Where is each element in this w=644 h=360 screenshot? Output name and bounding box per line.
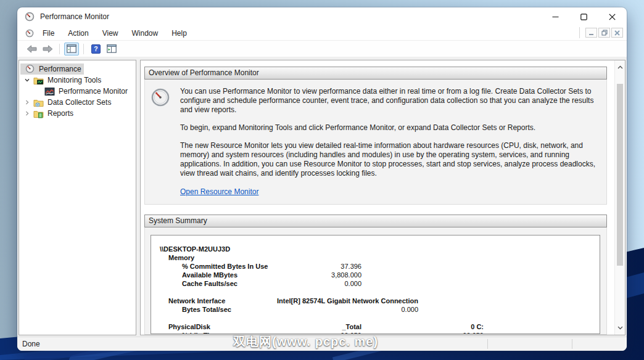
chevron-down-icon[interactable] (24, 77, 30, 83)
mdi-close-button[interactable] (611, 28, 623, 38)
title-bar[interactable]: Performance Monitor (17, 7, 627, 26)
performance-chart-icon (44, 87, 55, 96)
tree-item-label: Monitoring Tools (47, 76, 101, 84)
system-summary-header: System Summary (144, 215, 607, 227)
folder-report-icon (33, 109, 44, 118)
mdi-minimize-button[interactable] (585, 28, 597, 38)
vertical-scrollbar[interactable] (614, 60, 625, 335)
maximize-icon (580, 14, 587, 20)
toolbar: ? (17, 41, 627, 57)
counter-value: 37.396 (275, 263, 361, 270)
tree-item-data-collector-sets[interactable]: Data Collector Sets (19, 97, 136, 108)
counter-value: 99.959 (386, 332, 484, 334)
perfmon-app-icon (25, 12, 35, 22)
svg-text:?: ? (94, 45, 97, 52)
tree-item-label: Reports (47, 109, 73, 118)
statusbar-separator (572, 339, 572, 349)
mdi-close-icon (614, 30, 620, 36)
report-row-available-mbytes: Available MBytes3,808.000 (151, 271, 600, 280)
tree-item-label: Performance Monitor (59, 87, 128, 96)
system-summary-report: \\DESKTOP-M2UUJ3D Memory % Committed Byt… (151, 235, 600, 334)
close-icon (609, 14, 616, 20)
instance-header: Intel[R] 82574L Gigabit Network Connecti… (244, 297, 418, 305)
mdi-minimize-icon (588, 30, 594, 36)
tree-item-label: Performance (39, 65, 81, 73)
tree-item-reports[interactable]: Reports (19, 108, 136, 119)
minimize-button[interactable] (542, 7, 569, 26)
mdi-restore-button[interactable] (598, 28, 610, 38)
show-hide-console-tree-button[interactable] (64, 43, 79, 55)
forward-icon (43, 45, 53, 53)
status-text: Done (22, 340, 40, 348)
scroll-up-button[interactable] (615, 62, 625, 72)
help-button[interactable]: ? (88, 43, 103, 55)
perfmon-gauge-icon (25, 64, 35, 73)
minimize-icon (552, 14, 559, 20)
perfmon-menu-icon (25, 29, 34, 38)
action-pane-icon (107, 44, 117, 53)
mdi-restore-icon (601, 30, 608, 36)
report-row-spacer (151, 314, 600, 323)
folder-monitor-icon (33, 76, 44, 85)
overview-paragraph-3: The new Resource Monitor lets you view d… (180, 141, 599, 178)
tree-item-label: Data Collector Sets (47, 98, 111, 107)
mdi-window-controls (579, 27, 623, 38)
counter-value: 0.000 (244, 306, 418, 313)
forward-button[interactable] (40, 43, 55, 55)
report-row-machine: \\DESKTOP-M2UUJ3D (151, 245, 600, 254)
window-title: Performance Monitor (40, 12, 109, 21)
menu-action[interactable]: Action (63, 28, 93, 39)
overview-paragraph-1: You can use Performance Monitor to view … (180, 87, 599, 115)
menu-window[interactable]: Window (127, 28, 163, 39)
scrollbar-thumb[interactable] (617, 84, 623, 266)
counter-value: 3,808.000 (275, 271, 361, 279)
back-button[interactable] (24, 43, 39, 55)
statusbar-separator (487, 339, 488, 349)
report-row-network-interface: Network InterfaceIntel[R] 82574L Gigabit… (151, 297, 600, 306)
overview-header: Overview of Performance Monitor (144, 67, 607, 80)
tree-item-monitoring-tools[interactable]: Monitoring Tools (19, 75, 136, 86)
watermark-text: 双电网(www. pcpc. me) (233, 333, 378, 350)
perfmon-gauge-large-icon (151, 88, 170, 107)
report-row-spacer (151, 288, 600, 297)
tree-item-performance-monitor[interactable]: Performance Monitor (19, 86, 136, 97)
back-icon (27, 45, 37, 53)
main-area: Performance Monitoring Tools (17, 57, 627, 337)
report-row-physicaldisk: PhysicalDisk_Total0 C: (151, 323, 600, 332)
report-row-bytes-total: Bytes Total/sec0.000 (151, 306, 600, 314)
tree-item-performance[interactable]: Performance (19, 63, 136, 75)
toolbar-separator (83, 44, 84, 54)
chevron-down-icon (617, 326, 623, 330)
instance-header: _Total (275, 323, 361, 330)
open-resource-monitor-link[interactable]: Open Resource Monitor (180, 187, 258, 197)
maximize-button[interactable] (570, 7, 598, 26)
results-pane: Overview of Performance Monitor You can … (140, 60, 625, 335)
chevron-right-icon[interactable] (24, 99, 30, 105)
system-summary-body: \\DESKTOP-M2UUJ3D Memory % Committed Byt… (144, 227, 607, 335)
menu-view[interactable]: View (97, 28, 123, 39)
close-button[interactable] (598, 7, 626, 26)
show-hide-action-pane-button[interactable] (104, 43, 119, 55)
menu-help[interactable]: Help (167, 28, 192, 39)
menu-bar: File Action View Window Help (17, 26, 627, 41)
instance-header: 0 C: (386, 323, 484, 330)
overview-paragraph-2: To begin, expand Monitoring Tools and cl… (180, 123, 599, 133)
performance-monitor-window: Performance Monitor File Action View Win… (17, 7, 627, 351)
counter-value: 0.000 (275, 280, 361, 287)
scroll-down-button[interactable] (615, 323, 625, 333)
chevron-right-icon[interactable] (24, 110, 30, 117)
console-tree-pane: Performance Monitoring Tools (19, 60, 136, 335)
report-row-cache-faults: Cache Faults/sec0.000 (151, 280, 600, 288)
menu-file[interactable]: File (38, 28, 59, 39)
overview-body: You can use Performance Monitor to view … (144, 80, 607, 205)
toolbar-separator (59, 44, 60, 54)
console-tree-icon (67, 44, 76, 53)
chevron-up-icon (617, 65, 623, 69)
folder-cube-icon (33, 98, 44, 107)
report-row-memory: Memory (151, 254, 600, 263)
help-icon: ? (91, 44, 101, 54)
report-row-committed-bytes: % Committed Bytes In Use37.396 (151, 263, 600, 271)
